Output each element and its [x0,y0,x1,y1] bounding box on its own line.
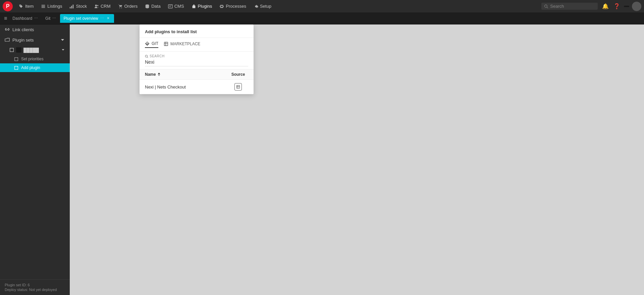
folder-icon [5,38,10,43]
svg-point-20 [145,55,147,57]
tab-git[interactable]: Git ⋯ [42,14,59,23]
svg-rect-16 [10,48,14,52]
global-search-input[interactable] [550,4,595,9]
app-logo[interactable]: P [3,1,13,11]
svg-rect-2 [42,7,45,8]
marketplace-source-icon [234,83,242,91]
crm-icon [94,4,99,9]
svg-point-14 [545,5,547,7]
square-outline-icon [9,48,14,52]
search-small-icon [145,55,148,58]
dropdown-tabs: GIT MARKETPLACE [140,38,254,52]
svg-rect-18 [15,66,18,69]
nav-item-plugins[interactable]: Plugins [188,2,216,10]
square-icon-set-priorities [14,57,18,61]
svg-rect-19 [164,42,168,46]
dropdown-tab-git[interactable]: GIT [145,41,158,48]
tag-icon [19,4,23,9]
plugin-icon [192,4,196,9]
column-source: Source [228,72,248,77]
plugin-search-input[interactable] [145,59,248,66]
sidebar-section-left: Plugin sets [5,38,34,43]
git-icon [145,41,150,46]
content-area: Add plugins to install list GIT M [70,24,644,295]
tab-dashboard[interactable]: Dashboard ⋯ [9,14,41,23]
list-icon [41,4,46,9]
deploy-status: Deploy status: Not yet deployed [5,288,65,292]
hamburger-button[interactable]: ≡ [3,14,8,23]
svg-point-6 [95,4,97,6]
marketplace-tab-icon [164,42,168,46]
main-layout: Link clients Plugin sets █████ Set prior… [0,24,644,295]
nav-item-listings[interactable]: Listings [38,2,65,10]
stock-icon [69,4,74,9]
tab-bar: ≡ Dashboard ⋯ Git ⋯ Plugin set overview … [0,12,644,24]
help-button[interactable]: ❓ [612,2,621,11]
svg-rect-17 [15,57,18,61]
svg-point-13 [223,6,224,7]
row-name: Nexi | Nets Checkout [145,84,228,90]
column-name[interactable]: Name [145,72,228,77]
square-icon-add-plugin [14,66,18,70]
nav-item-data[interactable]: Data [142,2,164,10]
nav-item-orders[interactable]: Orders [115,2,141,10]
svg-point-7 [97,5,99,6]
sidebar-item-link-clients[interactable]: Link clients [0,24,70,35]
add-plugins-dropdown: Add plugins to install list GIT M [140,24,254,94]
search-nav-icon [544,4,548,9]
cms-icon [168,4,173,9]
svg-point-8 [119,7,120,8]
tab-plugin-set-overview[interactable]: Plugin set overview ⋯ ✕ [60,14,114,23]
notifications-button[interactable]: 🔔 [601,2,610,11]
row-source [228,83,248,91]
plugin-color-box [16,47,21,53]
table-header: Name Source [140,69,254,80]
marketplace-grid-icon [236,85,240,89]
svg-rect-22 [237,85,240,88]
svg-line-21 [147,57,148,58]
dropdown-search: SEARCH [140,52,254,69]
svg-line-15 [547,7,548,8]
sidebar: Link clients Plugin sets █████ Set prior… [0,24,70,295]
tab-plugin-overview-close[interactable]: ✕ [106,16,111,21]
svg-point-9 [121,7,122,8]
nav-item-crm[interactable]: CRM [91,2,114,10]
env-badge[interactable] [624,6,629,7]
gear-nav-icon [254,4,258,9]
nav-icons: 🔔 ❓ [601,2,641,11]
sidebar-sub-item-set-priorities[interactable]: Set priorities [0,55,70,63]
nav-item-setup[interactable]: Setup [250,2,275,10]
top-nav: P Item Listings Stock CRM Orders Data CM… [0,0,644,12]
chevron-down-icon-2 [61,48,65,52]
svg-point-12 [220,6,221,7]
nav-item-processes[interactable]: Processes [216,2,250,10]
global-search-box[interactable] [541,3,598,10]
link-icon [5,27,10,32]
data-icon [145,4,150,9]
sidebar-plugin-name-inner: █████ [9,47,39,53]
sort-asc-icon [157,72,161,76]
cart-icon [118,4,123,9]
tab-plugin-overview-more[interactable]: ⋯ [100,16,104,20]
process-icon [219,4,224,9]
svg-rect-11 [168,4,172,8]
tab-git-more[interactable]: ⋯ [52,16,56,20]
sidebar-plugin-set-entry: █████ [0,45,70,55]
tab-dashboard-more[interactable]: ⋯ [34,16,38,20]
sidebar-section-plugin-sets[interactable]: Plugin sets [0,35,70,45]
sidebar-sub-item-add-plugin[interactable]: Add plugin [0,63,70,72]
user-avatar[interactable] [632,2,641,11]
sidebar-footer: Plugin set ID: 6 Deploy status: Not yet … [0,279,70,295]
nav-item-cms[interactable]: CMS [165,2,187,10]
svg-rect-1 [42,6,45,7]
nav-item-item[interactable]: Item [15,2,37,10]
plugin-set-id: Plugin set ID: 6 [5,283,65,287]
nav-item-stock[interactable]: Stock [66,2,90,10]
dropdown-header: Add plugins to install list [140,24,254,38]
table-row[interactable]: Nexi | Nets Checkout [140,80,254,94]
chevron-down-icon [60,38,65,43]
svg-rect-0 [42,5,45,5]
dropdown-tab-marketplace[interactable]: MARKETPLACE [164,41,200,48]
svg-rect-3 [70,7,71,8]
dropdown-table: Name Source Nexi | Nets Checkout [140,69,254,94]
